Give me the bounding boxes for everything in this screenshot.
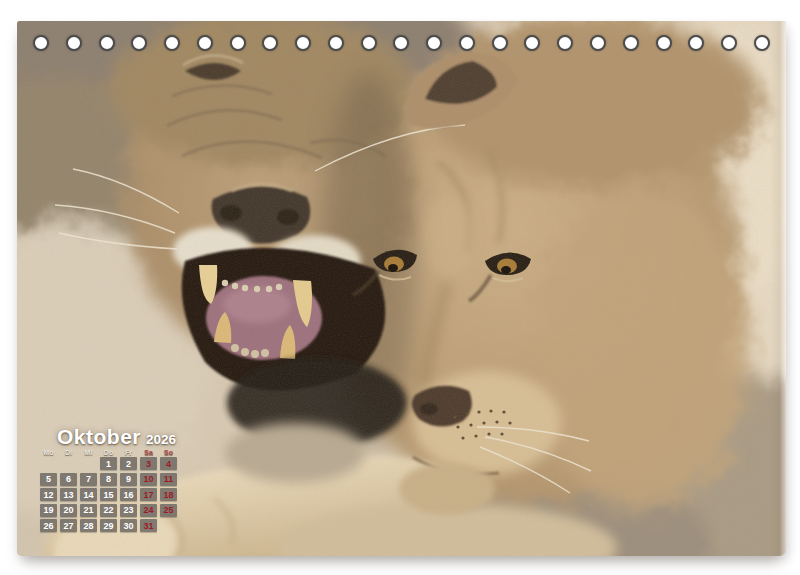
binding-hole [754, 35, 770, 51]
calendar-month: Oktober [57, 425, 141, 448]
calendar-day-cell: 5 [40, 473, 57, 486]
calendar-day-cell: 21 [80, 504, 97, 517]
calendar-day-cell: 30 [120, 519, 137, 532]
binding-hole [557, 35, 573, 51]
calendar-day-cell: 26 [40, 519, 57, 532]
binding-hole [262, 35, 278, 51]
binding-hole [328, 35, 344, 51]
binding-holes [33, 34, 770, 51]
calendar-day-cell: 14 [80, 488, 97, 501]
calendar-day-cell: 19 [40, 504, 57, 517]
calendar-day-cell: 23 [120, 504, 137, 517]
binding-hole [295, 35, 311, 51]
calendar-day-cell: 13 [60, 488, 77, 501]
binding-hole [524, 35, 540, 51]
calendar-day-cell: 9 [120, 473, 137, 486]
calendar-day-cell: 8 [100, 473, 117, 486]
binding-hole [131, 35, 147, 51]
calendar-empty-cell [60, 457, 77, 470]
weekday-label: Mi [80, 449, 97, 456]
calendar-day-cell: 6 [60, 473, 77, 486]
binding-hole [393, 35, 409, 51]
binding-hole [688, 35, 704, 51]
binding-hole [721, 35, 737, 51]
weekday-label: Do [100, 449, 117, 456]
weekday-label: Mo [40, 449, 57, 456]
calendar-day-cell: 1 [100, 457, 117, 470]
weekday-label: Fr [120, 449, 137, 456]
binding-hole [230, 35, 246, 51]
calendar-day-cell: 27 [60, 519, 77, 532]
calendar-day-cell: 11 [160, 473, 177, 486]
calendar-day-cell: 31 [140, 519, 157, 532]
binding-hole [656, 35, 672, 51]
calendar-day-cell: 7 [80, 473, 97, 486]
calendar-day-cell: 3 [140, 457, 157, 470]
calendar-day-cell: 12 [40, 488, 57, 501]
calendar-day-cell: 29 [100, 519, 117, 532]
binding-hole [33, 35, 49, 51]
binding-hole [361, 35, 377, 51]
calendar-day-cell: 20 [60, 504, 77, 517]
calendar-day-cell: 4 [160, 457, 177, 470]
calendar-day-cell: 22 [100, 504, 117, 517]
calendar-day-cell: 15 [100, 488, 117, 501]
weekday-label: Sa [140, 449, 157, 456]
binding-hole [590, 35, 606, 51]
calendar-page: Oktober2026 MoDiMiDoFrSaSo 1234567891011… [17, 21, 786, 556]
calendar-empty-cell [40, 457, 57, 470]
binding-hole [426, 35, 442, 51]
calendar-day-cell: 18 [160, 488, 177, 501]
binding-hole [197, 35, 213, 51]
calendar-grid: 1234567891011121314151617181920212223242… [40, 457, 177, 532]
weekday-header-row: MoDiMiDoFrSaSo [40, 449, 177, 456]
weekday-label: So [160, 449, 177, 456]
binding-hole [492, 35, 508, 51]
calendar-day-cell: 28 [80, 519, 97, 532]
calendar-day-cell: 10 [140, 473, 157, 486]
calendar-day-cell: 24 [140, 504, 157, 517]
calendar-title: Oktober2026 [57, 425, 176, 449]
calendar-product-image: Oktober2026 MoDiMiDoFrSaSo 1234567891011… [0, 0, 800, 575]
calendar-day-cell: 2 [120, 457, 137, 470]
calendar-empty-cell [160, 519, 177, 532]
binding-hole [99, 35, 115, 51]
binding-hole [623, 35, 639, 51]
calendar-day-cell: 17 [140, 488, 157, 501]
calendar-year: 2026 [146, 432, 176, 447]
calendar-day-cell: 16 [120, 488, 137, 501]
calendar-day-cell: 25 [160, 504, 177, 517]
binding-hole [66, 35, 82, 51]
binding-hole [459, 35, 475, 51]
calendar-empty-cell [80, 457, 97, 470]
binding-hole [164, 35, 180, 51]
weekday-label: Di [60, 449, 77, 456]
